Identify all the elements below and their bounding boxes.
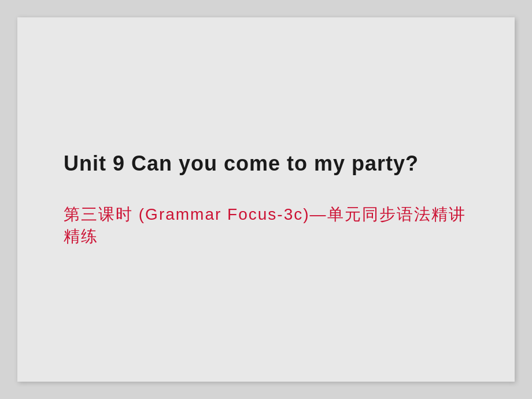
slide-container: Unit 9 Can you come to my party? 第三课时 (G… [17, 17, 515, 382]
main-title: Unit 9 Can you come to my party? [64, 152, 419, 176]
subtitle: 第三课时 (Grammar Focus-3c)—单元同步语法精讲精练 [64, 204, 468, 247]
